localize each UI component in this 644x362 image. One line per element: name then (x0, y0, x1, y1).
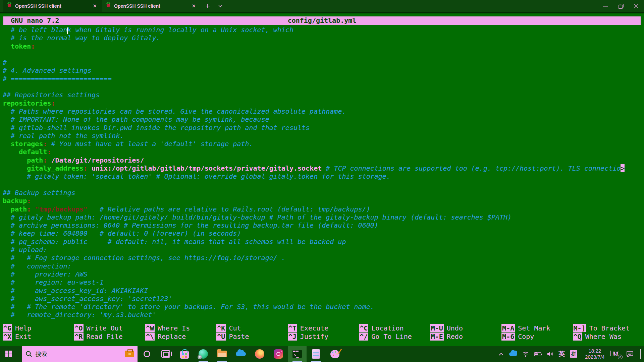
tab-dropdown-button[interactable] (214, 0, 227, 12)
code-segment-comment: ## Backup settings (3, 189, 75, 197)
close-window-button[interactable] (629, 0, 644, 12)
editor-line (3, 83, 644, 91)
show-desktop-button[interactable] (640, 349, 641, 359)
code-segment-comment: # Paths where repositories can be stored… (3, 107, 346, 115)
tab-openssh-2[interactable]: OpenSSH SSH client✕ (102, 0, 201, 12)
code-segment-comment: # TCP connections are supported too (e.g… (326, 164, 621, 172)
taskbar-app-terminal[interactable]: >_ (288, 346, 307, 362)
taskbar-app-onedrive[interactable] (231, 346, 250, 362)
terminal[interactable]: GNU nano 7.2 config/gitlab.yml # be left… (0, 13, 644, 346)
taskbar: 搜索 >_ 英 拼 (0, 346, 644, 362)
battery-icon (534, 352, 542, 356)
code-segment-comment: # gitlab-shell invokes Dir.pwd inside th… (3, 124, 310, 132)
editor-line: default: (3, 148, 644, 156)
code-segment-comment: # aws_secret_access_key: 'secret123' (3, 295, 172, 303)
edge-icon (199, 349, 208, 359)
shortcut-replace: ^\Replace (145, 333, 216, 341)
editor-line: # remote_directory: 'my.s3.bucket' (3, 311, 644, 319)
code-segment-key: default (19, 148, 47, 156)
tab-openssh-1[interactable]: OpenSSH SSH client✕ (3, 0, 102, 12)
shortcut-label: Help (15, 324, 31, 332)
cortana-button[interactable] (138, 346, 156, 362)
taskbar-app-firefox[interactable] (250, 346, 269, 362)
show-hidden-icons-button[interactable] (498, 353, 504, 356)
paint-icon (330, 350, 339, 358)
ime-m2-button[interactable]: M 2 (612, 350, 621, 358)
code-segment-key: repositories (3, 99, 51, 107)
editor-line: # Paths where repositories can be stored… (3, 107, 644, 115)
tab-title: OpenSSH SSH client (114, 0, 186, 12)
instagram-icon (274, 349, 283, 359)
code-segment-plain (47, 140, 51, 148)
shortcut-go-to-line: ^/Go To Line (359, 333, 430, 341)
shortcut-location: ^CLocation (359, 324, 430, 333)
clock[interactable]: 18:22 2023/7/4 (582, 348, 607, 360)
shortcut-label: Set Mark (518, 324, 550, 332)
onedrive-tray-button[interactable] (509, 352, 517, 356)
code-segment-comment: # is the normal way to deploy Gitaly. (3, 34, 160, 42)
restore-button[interactable] (613, 0, 629, 12)
code-segment-plain (3, 42, 11, 50)
wifi-icon (522, 351, 529, 357)
shortcut-write-out: ^OWrite Out (74, 324, 145, 333)
code-segment-comment: # You must have at least a 'default' sto… (51, 140, 253, 148)
ime-language-indicator[interactable]: 英 (558, 350, 565, 358)
taskbar-app-file-explorer[interactable] (213, 346, 231, 362)
code-segment-colon: : (43, 156, 47, 164)
editor-line: # archive_permissions: 0640 # Permission… (3, 221, 644, 229)
taskbar-app-paint[interactable] (325, 346, 344, 362)
shortcut-where-is: ^WWhere Is (145, 324, 216, 333)
shortcut-undo: M-UUndo (430, 324, 501, 333)
minimize-button[interactable] (598, 0, 613, 12)
tab-close-button[interactable]: ✕ (91, 3, 99, 9)
code-segment-comment: # # The remote 'directory' to store your… (3, 303, 374, 311)
battery-button[interactable] (534, 352, 542, 356)
screen: OpenSSH SSH client✕OpenSSH SSH client✕ G… (0, 0, 644, 362)
editor-line: # upload: (3, 246, 644, 254)
shortcut-label: Redo (447, 333, 463, 341)
tab-close-button[interactable]: ✕ (190, 3, 198, 9)
search-input[interactable]: 搜索 (22, 346, 138, 362)
code-segment-colon: : (43, 140, 47, 148)
editor-line: storages: # You must have at least a 'de… (3, 140, 644, 148)
chevron-up-icon (499, 353, 503, 356)
taskbar-app-task-view[interactable] (156, 346, 175, 362)
shortcut-label: Where Was (585, 333, 622, 341)
editor-area[interactable]: # be left blank when Gitaly is running l… (0, 25, 644, 324)
restore-icon (619, 4, 624, 9)
notification-center-button[interactable] (626, 351, 634, 357)
code-segment-key: gitaly_address (27, 164, 84, 172)
volume-button[interactable] (547, 351, 553, 357)
taskbar-app-store[interactable] (175, 346, 194, 362)
editor-line: path: /Data/git/repositories/ (3, 156, 644, 164)
editor-line: ## Backup settings (3, 189, 644, 197)
editor-line: repositories: (3, 99, 644, 107)
code-segment-comment: # 4. Advanced settings (3, 66, 92, 74)
taskbar-apps: >_ (156, 346, 344, 362)
system-tray: 英 拼 18:22 2023/7/4 M 2 (498, 348, 644, 360)
code-segment-comment: # upload: (3, 246, 47, 254)
ime-mode-indicator[interactable]: 拼 (570, 350, 577, 358)
shortcut-help: ^GHelp (3, 324, 74, 333)
shortcut-to-bracket: M-]To Bracket (573, 324, 644, 333)
shortcut-key: ^\ (145, 333, 155, 341)
network-button[interactable] (522, 351, 529, 357)
editor-line: # real path not the symlink. (3, 132, 644, 140)
taskbar-app-notepad[interactable] (307, 346, 325, 362)
taskbar-app-edge[interactable] (194, 346, 213, 362)
code-segment-colon: : (47, 148, 51, 156)
new-tab-button[interactable] (201, 0, 214, 12)
search-icon (25, 351, 32, 357)
shortcut-where-was: ^QWhere Was (573, 333, 644, 341)
editor-line: # region: eu-west-1 (3, 278, 644, 286)
shortcut-label: Paste (229, 333, 249, 341)
code-segment-colon: : (31, 42, 35, 50)
code-segment-cont: > (621, 164, 625, 172)
taskbar-app-instagram[interactable] (269, 346, 288, 362)
editor-line: # IMPORTANT: None of the path components… (3, 115, 644, 123)
shortcut-key: ^W (145, 324, 155, 332)
close-icon (634, 4, 639, 8)
editor-line: # gitlab-shell invokes Dir.pwd inside th… (3, 124, 644, 132)
notepad-icon (312, 349, 320, 359)
start-button[interactable] (0, 346, 17, 362)
